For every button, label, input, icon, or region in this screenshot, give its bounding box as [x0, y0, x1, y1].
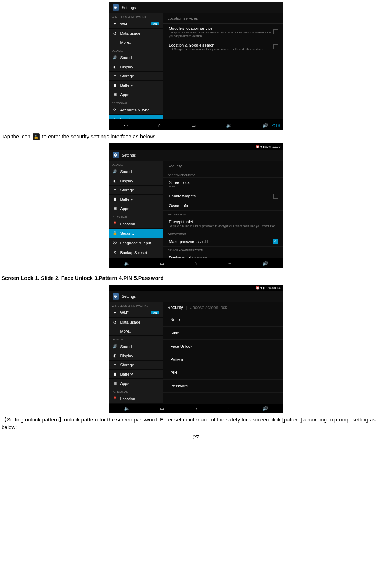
screen-lock[interactable]: Screen lock Slide: [163, 178, 283, 191]
location-icon: ✦: [113, 117, 118, 119]
sound-icon: 🔊: [113, 169, 118, 174]
sidebar-item-storage[interactable]: ≡Storage: [109, 361, 163, 370]
lock-option-face-unlock[interactable]: Face Unlock: [163, 340, 283, 353]
sidebar-item-storage[interactable]: ≡Storage: [109, 72, 163, 81]
sidebar-item-location-services[interactable]: ✦Location services: [109, 115, 163, 119]
settings-sidebar: WIRELESS & NETWORKS ▾ Wi-Fi ON ◔ Data us…: [109, 13, 163, 119]
nav-bar: 🔈 ▭ ⌂ ← 🔊: [109, 404, 283, 413]
main-panel: Security SCREEN SECURITY Screen lock Sli…: [163, 161, 283, 259]
home-icon[interactable]: ⌂: [158, 123, 161, 128]
sidebar-item-location[interactable]: 📍Location: [109, 219, 163, 229]
sidebar-item-apps[interactable]: ▦Apps: [109, 204, 163, 213]
settings-sidebar: DEVICE 🔊Sound ◐Display ≡Storage ▮Battery…: [109, 161, 163, 259]
device-administrators[interactable]: Device administrators View or deactivate…: [163, 253, 283, 259]
lock-icon: 🔒: [113, 231, 118, 235]
language-icon: Ⓐ: [113, 240, 118, 246]
display-icon: ◐: [113, 353, 118, 358]
home-icon[interactable]: ⌂: [195, 261, 197, 266]
doc-tap-icon-text: Tap the icon 🔒 to enter the security set…: [0, 132, 392, 141]
sidebar-item-location[interactable]: 📍Location: [109, 394, 163, 404]
section-device: DEVICE: [109, 47, 163, 53]
google-search-checkbox[interactable]: [273, 44, 278, 49]
back-icon[interactable]: ⤺: [124, 123, 128, 128]
google-location-service[interactable]: Google's location service Let apps use d…: [163, 24, 283, 40]
settings-sidebar: WIRELESS & NETWORKS ▾ Wi-Fi ON ◔Data usa…: [109, 302, 163, 404]
sidebar-item-language-input[interactable]: ⒶLanguage & input: [109, 238, 163, 248]
sync-icon: ⟳: [113, 108, 118, 112]
google-location-checkbox[interactable]: [273, 29, 278, 34]
main-panel: Security | Choose screen lock None Slide…: [163, 302, 283, 404]
screenshot-choose-screen-lock: ⏰ ▾ ▮70% 04:14 ⚙ Settings WIRELESS & NET…: [109, 285, 283, 413]
sidebar-item-sound[interactable]: 🔊Sound: [109, 167, 163, 176]
backup-icon: ⟲: [113, 250, 118, 255]
sidebar-item-apps[interactable]: ▦Apps: [109, 379, 163, 388]
home-icon[interactable]: ⌂: [195, 406, 197, 411]
sidebar-item-backup-reset[interactable]: ⟲Backup & reset: [109, 248, 163, 257]
display-icon: ◐: [113, 178, 118, 183]
sidebar-item-apps[interactable]: ▦Apps: [109, 90, 163, 99]
lock-option-pin[interactable]: PIN: [163, 366, 283, 380]
sidebar-item-accounts-sync[interactable]: ⟳Accounts & sync: [109, 105, 163, 115]
vol-icon2[interactable]: 🔊: [262, 406, 268, 411]
recent-icon[interactable]: ▭: [160, 406, 164, 411]
lock-option-slide[interactable]: Slide: [163, 327, 283, 340]
lock-option-none[interactable]: None: [163, 313, 283, 327]
vol-up-icon[interactable]: 🔊: [262, 123, 268, 128]
wifi-icon: ▾: [113, 310, 118, 315]
location-icon: 📍: [113, 221, 118, 226]
make-passwords-visible[interactable]: Make passwords visible: [163, 237, 283, 247]
settings-titlebar: ⚙ Settings: [109, 291, 283, 302]
location-google-search[interactable]: Location & Google search Let Google use …: [163, 40, 283, 54]
vol-icon2[interactable]: 🔊: [262, 261, 268, 266]
sidebar-item-display[interactable]: ◐Display: [109, 176, 163, 186]
vol-icon[interactable]: 🔈: [124, 406, 130, 411]
sidebar-item-sound[interactable]: 🔊Sound: [109, 342, 163, 351]
wifi-toggle[interactable]: ON: [151, 311, 159, 314]
status-text: ⏰ ▾ ▮87% 11:29: [255, 145, 280, 148]
passwords-visible-checkbox[interactable]: [273, 239, 278, 244]
status-bar: ⏰ ▾ ▮87% 11:29: [109, 143, 283, 150]
sidebar-item-storage[interactable]: ≡Storage: [109, 186, 163, 195]
back-icon[interactable]: ←: [228, 406, 232, 411]
section-device: DEVICE: [109, 336, 163, 342]
data-usage-icon: ◔: [113, 320, 118, 324]
sidebar-item-security[interactable]: 🔒Security: [109, 229, 163, 238]
vol-icon[interactable]: 🔈: [124, 261, 130, 266]
sidebar-item-more[interactable]: More...: [109, 327, 163, 336]
enable-widgets-checkbox[interactable]: [273, 194, 278, 199]
wifi-toggle[interactable]: ON: [151, 22, 159, 25]
sidebar-item-more[interactable]: More...: [109, 38, 163, 47]
section-wireless: WIRELESS & NETWORKS: [109, 13, 163, 19]
screenshot-location-services: ⚙ Settings WIRELESS & NETWORKS ▾ Wi-Fi O…: [109, 2, 283, 130]
sidebar-item-display[interactable]: ◐Display: [109, 351, 163, 361]
vol-down-icon[interactable]: 🔉: [226, 123, 232, 128]
sidebar-item-battery[interactable]: ▮Battery: [109, 81, 163, 90]
storage-icon: ≡: [113, 363, 118, 367]
back-icon[interactable]: ←: [228, 261, 232, 266]
owner-info[interactable]: Owner info: [163, 201, 283, 211]
sidebar-item-data-usage[interactable]: ◔ Data usage: [109, 29, 163, 38]
enable-widgets[interactable]: Enable widgets: [163, 191, 283, 201]
battery-icon: ▮: [113, 372, 118, 376]
recent-icon[interactable]: ▭: [160, 261, 164, 266]
breadcrumb: Security | Choose screen lock: [163, 302, 283, 313]
sidebar-item-wifi[interactable]: ▾ Wi-Fi ON: [109, 308, 163, 318]
lock-option-pattern[interactable]: Pattern: [163, 353, 283, 366]
sidebar-item-sound[interactable]: 🔊Sound: [109, 53, 163, 62]
sidebar-item-battery[interactable]: ▮Battery: [109, 195, 163, 204]
lock-option-password[interactable]: Password: [163, 380, 283, 393]
recent-icon[interactable]: ▭: [191, 123, 196, 128]
sidebar-item-data-usage[interactable]: ◔Data usage: [109, 318, 163, 327]
encrypt-tablet[interactable]: Encrypt tablet Require a numeric PIN or …: [163, 217, 283, 231]
sidebar-item-display[interactable]: ◐Display: [109, 62, 163, 72]
nav-bar: 🔈 ▭ ⌂ ← 🔊: [109, 258, 283, 268]
more-label: More...: [120, 40, 133, 44]
section-wireless: WIRELESS & NETWORKS: [109, 302, 163, 308]
sidebar-item-wifi[interactable]: ▾ Wi-Fi ON: [109, 19, 163, 29]
settings-title: Settings: [122, 5, 136, 10]
section-encryption: ENCRYPTION: [163, 211, 283, 217]
section-personal: PERSONAL: [109, 388, 163, 394]
sidebar-item-battery[interactable]: ▮Battery: [109, 370, 163, 379]
data-usage-label: Data usage: [120, 31, 140, 35]
apps-icon: ▦: [113, 92, 118, 97]
